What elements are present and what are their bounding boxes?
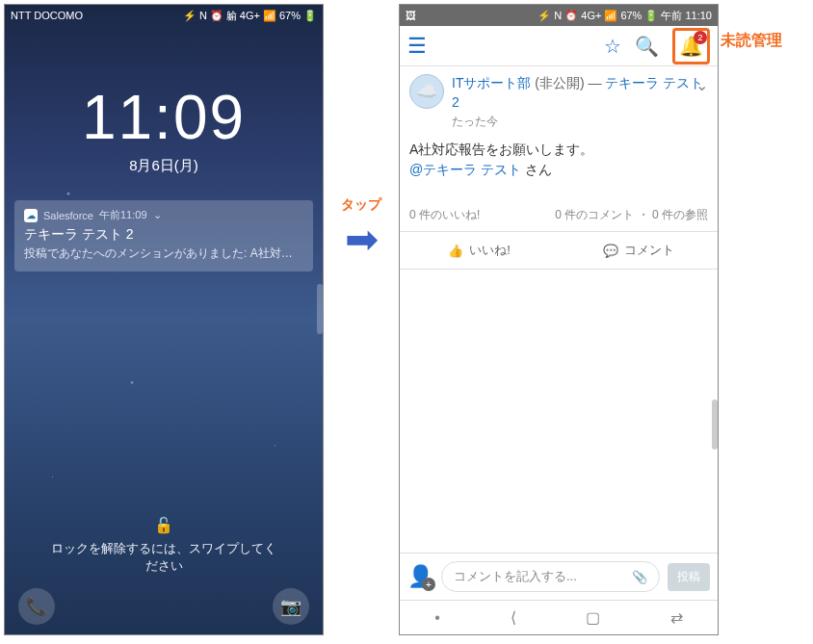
network-4g-icon: 4G+ — [240, 10, 260, 21]
battery-percent: 67% — [620, 10, 642, 21]
carrier-label: NTT DOCOMO — [11, 10, 83, 21]
like-button[interactable]: 👍 いいね! — [400, 232, 559, 269]
status-bar: 🖼 ⚡ N ⏰ 4G+ 📶 67% 🔋 午前 11:10 — [400, 5, 718, 26]
post-time: たった今 — [452, 114, 708, 130]
post-avatar: ☁️ — [409, 74, 444, 109]
plus-icon: + — [422, 578, 435, 591]
lock-screen: NTT DOCOMO ⚡ N ⏰ 䠼 4G+ 📶 67% 🔋 11:09 8月6… — [4, 4, 324, 635]
salesforce-app: 🖼 ⚡ N ⏰ 4G+ 📶 67% 🔋 午前 11:10 ☰ ☆ 🔍 🔔 2 — [399, 4, 719, 635]
comments-count: 0 件のコメント — [555, 208, 634, 221]
menu-button[interactable]: ☰ — [407, 34, 427, 59]
status-bar: NTT DOCOMO ⚡ N ⏰ 䠼 4G+ 📶 67% 🔋 — [5, 5, 323, 26]
status-time: 午前 11:10 — [661, 9, 712, 23]
unlock-hint-line2: ださい — [5, 557, 323, 575]
arrow-right-icon: ➡ — [345, 219, 379, 260]
like-label: いいね! — [469, 242, 511, 259]
lock-icon: 🔓 — [5, 516, 323, 534]
post-visibility: (非公開) — [535, 75, 584, 90]
battery-percent: 67% — [279, 10, 301, 21]
alarm-icon: ⏰ — [564, 10, 578, 22]
mention-link[interactable]: @テキーラ テスト — [409, 162, 521, 177]
nfc-icon: N — [554, 10, 562, 21]
vibrate-icon: ⚡ — [183, 10, 197, 22]
speech-bubble-icon: 💬 — [603, 244, 618, 258]
notifications-button[interactable]: 🔔 2 — [672, 28, 710, 64]
vibrate-icon: ⚡ — [538, 10, 551, 22]
notification-time: 午前11:09 — [99, 208, 147, 222]
volte-icon: 䠼 — [226, 9, 237, 23]
camera-shortcut[interactable]: 📷 — [273, 588, 309, 625]
mention-suffix: さん — [525, 162, 552, 177]
search-icon[interactable]: 🔍 — [635, 35, 659, 58]
unlock-hint: 🔓 ロックを解除するには、スワイプしてく ださい — [5, 516, 323, 575]
attachment-icon[interactable]: 📎 — [632, 570, 647, 584]
network-4g-icon: 4G+ — [581, 10, 601, 21]
star-icon[interactable]: ☆ — [604, 35, 621, 58]
battery-icon: 🔋 — [644, 10, 658, 22]
likes-count: 0 件のいいね! — [409, 207, 480, 223]
android-navbar: • ⟨ ▢ ⇄ — [400, 600, 718, 634]
tap-label: タップ — [341, 196, 381, 214]
unlock-hint-line1: ロックを解除するには、スワイプしてく — [5, 540, 323, 557]
post-body: A社対応報告をお願いします。 @テキーラ テスト さん — [409, 140, 708, 180]
nav-back-icon[interactable]: ⟨ — [511, 608, 516, 627]
signal-icon: 📶 — [263, 10, 276, 22]
unread-annotation: 未読管理 — [721, 31, 782, 51]
post-body-line1: A社対応報告をお願いします。 — [409, 140, 708, 160]
post-button[interactable]: 投稿 — [668, 563, 710, 591]
clock-date: 8月6日(月) — [5, 157, 323, 175]
nav-dot: • — [434, 609, 440, 627]
comment-button[interactable]: 💬 コメント — [559, 232, 718, 269]
phone-shortcut[interactable]: 📞 — [18, 588, 55, 625]
nav-home-icon[interactable]: ▢ — [586, 608, 600, 627]
nav-recent-icon[interactable]: ⇄ — [670, 608, 683, 627]
comment-placeholder: コメントを記入する... — [454, 568, 577, 585]
notification-body: 投稿であなたへのメンションがありました: A社対応報... — [24, 245, 303, 262]
picture-icon: 🖼 — [406, 10, 416, 21]
notification-card[interactable]: ☁ Salesforce 午前11:09 ⌄ テキーラ テスト 2 投稿であなた… — [14, 200, 313, 271]
chevron-down-icon[interactable]: ⌄ — [695, 76, 708, 94]
post-group: ITサポート部 — [452, 75, 531, 90]
salesforce-icon: ☁ — [24, 209, 38, 222]
battery-icon: 🔋 — [303, 10, 317, 22]
comment-input[interactable]: コメントを記入する... 📎 — [441, 561, 660, 592]
feed-post[interactable]: ☁️ ITサポート部 (非公開) — テキーラ テスト 2 たった今 ⌄ — [409, 74, 708, 130]
post-header: ITサポート部 (非公開) — テキーラ テスト 2 — [452, 74, 708, 112]
feed-area: ☁️ ITサポート部 (非公開) — テキーラ テスト 2 たった今 ⌄ A社対… — [400, 66, 718, 553]
tap-annotation: タップ ➡ — [324, 196, 399, 260]
notification-app: Salesforce — [43, 210, 93, 221]
scrollbar[interactable] — [712, 399, 718, 450]
post-stats: 0 件のいいね! 0 件のコメント ・ 0 件の参照 — [409, 207, 708, 231]
clock-time: 11:09 — [5, 82, 323, 153]
user-avatar[interactable]: 👤 + — [407, 564, 433, 589]
refs-count: 0 件の参照 — [652, 208, 708, 221]
signal-icon: 📶 — [604, 10, 617, 22]
app-topbar: ☰ ☆ 🔍 🔔 2 — [400, 26, 718, 66]
alarm-icon: ⏰ — [210, 10, 223, 22]
scrollbar[interactable] — [317, 284, 323, 334]
notification-title: テキーラ テスト 2 — [24, 226, 303, 244]
post-dash: — — [589, 75, 602, 90]
comment-input-bar: 👤 + コメントを記入する... 📎 投稿 — [400, 553, 718, 600]
post-action-bar: 👍 いいね! 💬 コメント — [400, 231, 718, 270]
camera-icon: 📷 — [280, 596, 302, 617]
phone-icon: 📞 — [26, 596, 47, 617]
nfc-icon: N — [199, 10, 207, 21]
comment-label: コメント — [624, 242, 674, 259]
thumbs-up-icon: 👍 — [448, 244, 463, 258]
notification-badge: 2 — [694, 31, 707, 44]
chevron-down-icon[interactable]: ⌄ — [153, 209, 162, 221]
clock-widget: 11:09 8月6日(月) — [5, 82, 323, 175]
